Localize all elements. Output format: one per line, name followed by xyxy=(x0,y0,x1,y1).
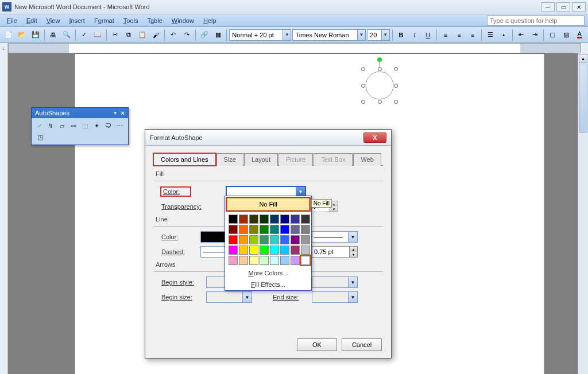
menu-window[interactable]: Window xyxy=(167,15,199,26)
bold-icon[interactable]: B xyxy=(395,29,408,41)
autoshapes-options-icon[interactable]: ▼ xyxy=(113,111,118,116)
spin-up-icon[interactable]: ▲ xyxy=(349,247,357,252)
color-swatch[interactable] xyxy=(280,215,289,224)
undo-icon[interactable]: ↶ xyxy=(167,29,180,41)
menu-table[interactable]: Table xyxy=(142,15,167,26)
color-swatch[interactable] xyxy=(270,215,279,224)
close-button[interactable]: ✕ xyxy=(572,2,586,11)
increase-indent-icon[interactable]: ⇥ xyxy=(529,29,541,41)
underline-icon[interactable]: U xyxy=(422,29,435,41)
print-icon[interactable]: 🖶 xyxy=(47,29,60,41)
scroll-thumb[interactable] xyxy=(579,64,587,133)
tab-web[interactable]: Web xyxy=(353,153,381,166)
weight-spinner[interactable]: 0.75 pt ▲▼ xyxy=(312,246,358,258)
tab-size[interactable]: Size xyxy=(216,153,243,166)
decrease-indent-icon[interactable]: ⇤ xyxy=(515,29,528,41)
color-swatch[interactable] xyxy=(301,246,310,255)
resize-handle-e[interactable] xyxy=(394,84,398,88)
maximize-button[interactable]: ▭ xyxy=(556,2,570,11)
lines-menu-icon[interactable]: ⟋ xyxy=(34,120,44,131)
borders-icon[interactable]: ▢ xyxy=(546,29,559,41)
redo-icon[interactable]: ↷ xyxy=(181,29,194,41)
color-swatch[interactable] xyxy=(270,235,279,244)
tab-colors-and-lines[interactable]: Colors and Lines xyxy=(153,153,216,166)
menu-view[interactable]: View xyxy=(42,15,65,26)
block-arrows-menu-icon[interactable]: ⇨ xyxy=(68,120,79,131)
color-swatch[interactable] xyxy=(280,235,289,244)
color-swatch[interactable] xyxy=(229,225,238,234)
color-swatch[interactable] xyxy=(239,225,248,234)
color-swatch[interactable] xyxy=(270,225,279,234)
cut-icon[interactable]: ✂ xyxy=(109,29,122,41)
scroll-up-icon[interactable]: ▲ xyxy=(579,54,587,63)
font-color-icon[interactable]: A xyxy=(573,29,586,41)
color-swatch[interactable] xyxy=(260,256,269,265)
selected-oval-shape[interactable] xyxy=(363,69,396,102)
color-swatch[interactable] xyxy=(239,215,248,224)
color-swatch[interactable] xyxy=(291,256,300,265)
color-swatch[interactable] xyxy=(280,256,289,265)
save-icon[interactable]: 💾 xyxy=(29,29,42,41)
style-combo[interactable]: Normal + 20 pt▼ xyxy=(229,29,291,41)
ask-question-input[interactable] xyxy=(487,15,585,26)
dialog-titlebar[interactable]: Format AutoShape X xyxy=(145,130,391,146)
color-swatch[interactable] xyxy=(229,256,238,265)
color-swatch[interactable] xyxy=(239,235,248,244)
menu-file[interactable]: File xyxy=(2,15,22,26)
color-swatch[interactable] xyxy=(260,246,269,255)
basic-shapes-menu-icon[interactable]: ▱ xyxy=(57,120,67,131)
ruler-h[interactable] xyxy=(8,43,581,53)
color-swatch[interactable] xyxy=(260,225,269,234)
menu-help[interactable]: Help xyxy=(199,15,221,26)
color-swatch[interactable] xyxy=(291,235,300,244)
flowchart-menu-icon[interactable]: ⬚ xyxy=(80,120,90,131)
minimize-button[interactable]: ─ xyxy=(541,2,555,11)
callouts-menu-icon[interactable]: 🗨 xyxy=(103,120,113,131)
tab-layout[interactable]: Layout xyxy=(244,153,278,166)
color-swatch[interactable] xyxy=(249,256,258,265)
format-painter-icon[interactable]: 🖌 xyxy=(150,29,163,41)
autoshapes-toolbar[interactable]: AutoShapes ▼ × ⟋ ↯ ▱ ⇨ ⬚ ✦ 🗨 ⋯ ◳ xyxy=(31,107,129,145)
menu-edit[interactable]: Edit xyxy=(22,15,42,26)
hyperlink-icon[interactable]: 🔗 xyxy=(198,29,211,41)
color-swatch[interactable] xyxy=(249,246,258,255)
menu-tools[interactable]: Tools xyxy=(119,15,143,26)
print-preview-icon[interactable]: 🔍 xyxy=(60,29,73,41)
color-swatch[interactable] xyxy=(301,235,310,244)
more-colors-link[interactable]: More Colors... xyxy=(225,267,311,279)
connectors-menu-icon[interactable]: ↯ xyxy=(45,120,56,131)
color-swatch[interactable] xyxy=(291,215,300,224)
color-swatch[interactable] xyxy=(249,215,258,224)
paste-icon[interactable]: 📋 xyxy=(136,29,149,41)
dialog-close-button[interactable]: X xyxy=(363,133,386,143)
stars-menu-icon[interactable]: ✦ xyxy=(91,120,102,131)
color-swatch[interactable] xyxy=(301,225,310,234)
color-swatch[interactable] xyxy=(280,225,289,234)
resize-handle-n[interactable] xyxy=(378,67,382,71)
italic-icon[interactable]: I xyxy=(408,29,421,41)
align-center-icon[interactable]: ≡ xyxy=(453,29,466,41)
align-left-icon[interactable]: ≡ xyxy=(439,29,452,41)
fill-effects-link[interactable]: Fill Effects... xyxy=(225,279,311,290)
color-swatch[interactable] xyxy=(239,246,248,255)
color-swatch[interactable] xyxy=(291,225,300,234)
color-swatch[interactable] xyxy=(249,235,258,244)
rotation-handle[interactable] xyxy=(377,57,382,62)
menu-format[interactable]: Format xyxy=(90,15,119,26)
color-swatch[interactable] xyxy=(239,256,248,265)
spelling-icon[interactable]: ✓ xyxy=(78,29,91,41)
resize-handle-ne[interactable] xyxy=(394,67,398,71)
color-swatch[interactable] xyxy=(229,215,238,224)
highlight-icon[interactable]: ▨ xyxy=(560,29,572,41)
align-right-icon[interactable]: ≡ xyxy=(466,29,479,41)
resize-handle-nw[interactable] xyxy=(361,67,365,71)
autoshapes-titlebar[interactable]: AutoShapes ▼ × xyxy=(32,108,128,118)
resize-handle-s[interactable] xyxy=(378,100,382,104)
open-icon[interactable]: 📂 xyxy=(16,29,29,41)
color-swatch[interactable] xyxy=(249,225,258,234)
cancel-button[interactable]: Cancel xyxy=(342,338,382,351)
more-autoshapes-menu-icon[interactable]: ⋯ xyxy=(114,120,125,131)
ruler-vertical[interactable] xyxy=(0,53,8,374)
line-style-combo[interactable]: ▼ xyxy=(312,231,358,243)
resize-handle-se[interactable] xyxy=(394,100,398,104)
